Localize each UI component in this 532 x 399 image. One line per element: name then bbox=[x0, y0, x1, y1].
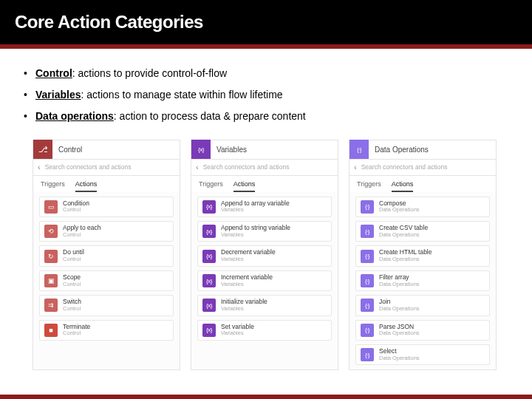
action-card[interactable]: TerminateControl bbox=[39, 320, 174, 341]
variables-icon bbox=[191, 140, 211, 159]
panel-header-label: Control bbox=[52, 146, 82, 154]
bullet-desc: : actions to manage state within flow li… bbox=[81, 89, 283, 100]
data-action-icon bbox=[361, 274, 374, 287]
search-row[interactable]: ‹ Search connectors and actions bbox=[349, 160, 496, 176]
tabs: Triggers Actions bbox=[191, 176, 338, 192]
back-icon[interactable]: ‹ bbox=[196, 163, 199, 171]
action-subtitle: Control bbox=[63, 282, 81, 288]
data-operations-icon bbox=[349, 140, 369, 159]
tab-actions[interactable]: Actions bbox=[233, 180, 256, 192]
action-subtitle: Variables bbox=[221, 256, 276, 263]
variable-action-icon bbox=[202, 200, 216, 214]
tab-triggers[interactable]: Triggers bbox=[357, 180, 381, 192]
action-subtitle: Data Operations bbox=[379, 232, 428, 239]
action-subtitle: Data Operations bbox=[379, 306, 420, 313]
panel-header-data: Data Operations bbox=[349, 140, 496, 160]
panel-header-label: Data Operations bbox=[369, 146, 429, 154]
action-card[interactable]: Create CSV tableData Operations bbox=[355, 221, 490, 242]
tab-triggers[interactable]: Triggers bbox=[199, 180, 223, 192]
action-card[interactable]: SelectData Operations bbox=[355, 344, 490, 365]
control-action-icon bbox=[44, 324, 58, 337]
action-card[interactable]: Increment variableVariables bbox=[197, 270, 332, 291]
accent-band-bottom bbox=[0, 395, 532, 399]
action-card[interactable]: ComposeData Operations bbox=[355, 197, 490, 217]
back-icon[interactable]: ‹ bbox=[38, 163, 41, 171]
action-subtitle: Control bbox=[63, 232, 101, 239]
data-action-icon bbox=[361, 324, 374, 337]
tabs: Triggers Actions bbox=[33, 176, 180, 192]
control-action-icon bbox=[44, 250, 58, 263]
tab-triggers[interactable]: Triggers bbox=[41, 180, 65, 192]
bullet-term: Control bbox=[35, 67, 72, 79]
panel-control: Control ‹ Search connectors and actions … bbox=[33, 140, 180, 371]
action-card[interactable]: JoinData Operations bbox=[355, 295, 490, 316]
control-icon bbox=[33, 140, 52, 159]
back-icon[interactable]: ‹ bbox=[354, 163, 357, 171]
action-subtitle: Control bbox=[63, 207, 89, 214]
panel-header-control: Control bbox=[33, 140, 180, 160]
action-card[interactable]: Append to array variableVariables bbox=[197, 197, 332, 217]
bullet-term: Data operations bbox=[35, 110, 114, 122]
variable-action-icon bbox=[202, 250, 216, 263]
panel-variables: Variables ‹ Search connectors and action… bbox=[191, 140, 338, 371]
action-subtitle: Data Operations bbox=[379, 207, 420, 214]
control-items: ConditionControlApply to eachControlDo u… bbox=[33, 192, 180, 345]
search-placeholder: Search connectors and actions bbox=[361, 163, 448, 171]
action-card[interactable]: ScopeControl bbox=[39, 270, 174, 291]
action-card[interactable]: Do untilControl bbox=[39, 245, 174, 266]
control-action-icon bbox=[44, 225, 58, 238]
slide-content: Control: actions to provide control-of-f… bbox=[0, 49, 532, 378]
search-row[interactable]: ‹ Search connectors and actions bbox=[191, 160, 338, 176]
data-action-icon bbox=[361, 225, 374, 238]
variable-action-icon bbox=[202, 225, 216, 238]
tab-actions[interactable]: Actions bbox=[392, 180, 414, 192]
tab-actions[interactable]: Actions bbox=[75, 180, 98, 192]
bullet-data-operations: Data operations: action to process data … bbox=[22, 109, 510, 123]
search-placeholder: Search connectors and actions bbox=[203, 163, 290, 171]
bullet-desc: : actions to provide control-of-flow bbox=[72, 67, 227, 79]
bullet-control: Control: actions to provide control-of-f… bbox=[22, 66, 510, 81]
data-action-icon bbox=[361, 299, 374, 312]
action-subtitle: Variables bbox=[221, 330, 254, 337]
panel-header-label: Variables bbox=[211, 146, 247, 154]
variable-action-icon bbox=[202, 324, 216, 337]
title-bar: Core Action Categories bbox=[0, 0, 532, 44]
variable-action-icon bbox=[202, 299, 216, 312]
action-subtitle: Variables bbox=[221, 232, 290, 239]
panel-header-variables: Variables bbox=[191, 140, 338, 160]
control-action-icon bbox=[44, 200, 58, 214]
action-card[interactable]: Parse JSONData Operations bbox=[355, 320, 490, 341]
slide-title: Core Action Categories bbox=[15, 12, 203, 33]
data-items: ComposeData OperationsCreate CSV tableDa… bbox=[349, 192, 496, 370]
data-action-icon bbox=[361, 200, 374, 214]
panels-row: Control ‹ Search connectors and actions … bbox=[22, 137, 510, 371]
action-subtitle: Data Operations bbox=[379, 355, 420, 362]
control-action-icon bbox=[44, 299, 58, 312]
action-subtitle: Variables bbox=[221, 282, 273, 288]
action-subtitle: Control bbox=[63, 306, 81, 313]
bullet-desc: : action to process data & prepare conte… bbox=[114, 110, 306, 122]
search-placeholder: Search connectors and actions bbox=[45, 163, 132, 171]
data-action-icon bbox=[361, 348, 374, 361]
action-subtitle: Control bbox=[63, 330, 90, 337]
action-card[interactable]: Set variableVariables bbox=[197, 320, 332, 341]
action-card[interactable]: SwitchControl bbox=[39, 295, 174, 316]
action-card[interactable]: Decrement variableVariables bbox=[197, 245, 332, 266]
bullet-term: Variables bbox=[35, 89, 81, 100]
panel-data-operations: Data Operations ‹ Search connectors and … bbox=[349, 140, 497, 371]
action-card[interactable]: Apply to eachControl bbox=[39, 221, 174, 242]
action-card[interactable]: Initialize variableVariables bbox=[197, 295, 332, 316]
bullet-list: Control: actions to provide control-of-f… bbox=[22, 66, 510, 123]
action-card[interactable]: Append to string variableVariables bbox=[197, 221, 332, 242]
action-subtitle: Variables bbox=[221, 207, 290, 214]
action-card[interactable]: Filter arrayData Operations bbox=[355, 270, 490, 291]
action-card[interactable]: Create HTML tableData Operations bbox=[355, 245, 490, 266]
action-subtitle: Data Operations bbox=[379, 330, 420, 337]
variable-action-icon bbox=[202, 274, 216, 287]
action-subtitle: Data Operations bbox=[379, 282, 420, 288]
data-action-icon bbox=[361, 250, 374, 263]
action-subtitle: Data Operations bbox=[379, 256, 432, 263]
action-card[interactable]: ConditionControl bbox=[39, 197, 174, 217]
variables-items: Append to array variableVariablesAppend … bbox=[191, 192, 338, 345]
search-row[interactable]: ‹ Search connectors and actions bbox=[33, 160, 180, 176]
